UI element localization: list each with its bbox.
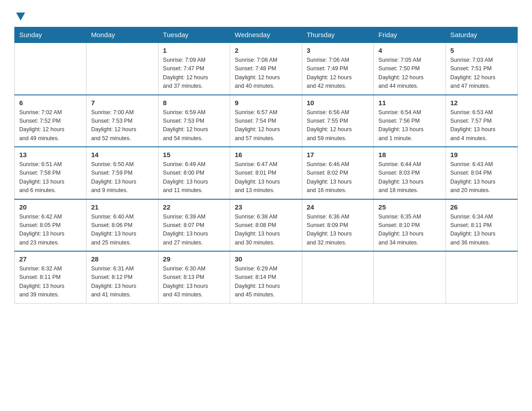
day-info: Sunrise: 6:46 AM Sunset: 8:02 PM Dayligh…: [307, 160, 369, 195]
calendar-week-row: 20Sunrise: 6:42 AM Sunset: 8:05 PM Dayli…: [15, 199, 518, 252]
day-number: 18: [378, 151, 441, 158]
day-number: 30: [235, 255, 297, 263]
weekday-header-saturday: Saturday: [446, 27, 517, 43]
day-number: 20: [19, 203, 82, 211]
day-info: Sunrise: 6:30 AM Sunset: 8:13 PM Dayligh…: [163, 265, 225, 300]
calendar-week-row: 27Sunrise: 6:32 AM Sunset: 8:11 PM Dayli…: [15, 251, 518, 303]
day-info: Sunrise: 7:09 AM Sunset: 7:47 PM Dayligh…: [163, 56, 225, 91]
calendar-cell: 22Sunrise: 6:39 AM Sunset: 8:07 PM Dayli…: [158, 199, 230, 252]
calendar-cell: 21Sunrise: 6:40 AM Sunset: 8:06 PM Dayli…: [86, 199, 158, 252]
calendar-week-row: 1Sunrise: 7:09 AM Sunset: 7:47 PM Daylig…: [15, 43, 518, 95]
weekday-header-tuesday: Tuesday: [158, 27, 230, 43]
calendar-cell: 18Sunrise: 6:44 AM Sunset: 8:03 PM Dayli…: [374, 147, 446, 199]
day-info: Sunrise: 6:49 AM Sunset: 8:00 PM Dayligh…: [163, 160, 225, 195]
weekday-header-thursday: Thursday: [302, 27, 373, 43]
calendar-cell: 15Sunrise: 6:49 AM Sunset: 8:00 PM Dayli…: [158, 147, 230, 199]
calendar-week-row: 6Sunrise: 7:02 AM Sunset: 7:52 PM Daylig…: [15, 95, 518, 147]
day-info: Sunrise: 7:00 AM Sunset: 7:53 PM Dayligh…: [91, 108, 153, 143]
calendar-cell: 13Sunrise: 6:51 AM Sunset: 7:58 PM Dayli…: [15, 147, 86, 199]
calendar-cell: 27Sunrise: 6:32 AM Sunset: 8:11 PM Dayli…: [15, 251, 86, 303]
day-number: 28: [91, 255, 153, 263]
day-number: 7: [91, 99, 153, 107]
day-number: 4: [378, 47, 441, 54]
calendar-cell: [446, 251, 517, 303]
day-info: Sunrise: 6:39 AM Sunset: 8:07 PM Dayligh…: [163, 213, 225, 248]
calendar-cell: 20Sunrise: 6:42 AM Sunset: 8:05 PM Dayli…: [15, 199, 86, 252]
day-number: 22: [163, 203, 225, 211]
calendar-cell: 5Sunrise: 7:03 AM Sunset: 7:51 PM Daylig…: [446, 43, 517, 95]
calendar-cell: 17Sunrise: 6:46 AM Sunset: 8:02 PM Dayli…: [302, 147, 373, 199]
calendar-table: SundayMondayTuesdayWednesdayThursdayFrid…: [14, 27, 518, 304]
day-info: Sunrise: 7:06 AM Sunset: 7:49 PM Dayligh…: [307, 56, 369, 91]
logo-triangle-icon: [16, 13, 25, 21]
day-number: 5: [450, 47, 513, 54]
day-info: Sunrise: 6:40 AM Sunset: 8:06 PM Dayligh…: [91, 213, 153, 248]
day-info: Sunrise: 7:03 AM Sunset: 7:51 PM Dayligh…: [450, 56, 513, 91]
day-number: 24: [307, 203, 369, 211]
calendar-cell: [302, 251, 373, 303]
day-number: 9: [235, 99, 297, 107]
day-info: Sunrise: 7:05 AM Sunset: 7:50 PM Dayligh…: [378, 56, 441, 91]
calendar-cell: 19Sunrise: 6:43 AM Sunset: 8:04 PM Dayli…: [446, 147, 517, 199]
weekday-header-monday: Monday: [86, 27, 158, 43]
page-header: [14, 11, 518, 20]
weekday-header-wednesday: Wednesday: [230, 27, 302, 43]
day-info: Sunrise: 6:38 AM Sunset: 8:08 PM Dayligh…: [235, 213, 297, 248]
day-info: Sunrise: 6:42 AM Sunset: 8:05 PM Dayligh…: [19, 213, 82, 248]
day-info: Sunrise: 7:02 AM Sunset: 7:52 PM Dayligh…: [19, 108, 82, 143]
day-number: 15: [163, 151, 225, 158]
day-info: Sunrise: 6:57 AM Sunset: 7:54 PM Dayligh…: [235, 108, 297, 143]
day-number: 26: [450, 203, 513, 211]
day-number: 25: [378, 203, 441, 211]
day-info: Sunrise: 6:31 AM Sunset: 8:12 PM Dayligh…: [91, 265, 153, 300]
calendar-cell: 11Sunrise: 6:54 AM Sunset: 7:56 PM Dayli…: [374, 95, 446, 147]
day-number: 6: [19, 99, 82, 107]
calendar-cell: 24Sunrise: 6:36 AM Sunset: 8:09 PM Dayli…: [302, 199, 373, 252]
day-info: Sunrise: 6:32 AM Sunset: 8:11 PM Dayligh…: [19, 265, 82, 300]
calendar-cell: 7Sunrise: 7:00 AM Sunset: 7:53 PM Daylig…: [86, 95, 158, 147]
weekday-header-friday: Friday: [374, 27, 446, 43]
day-info: Sunrise: 6:36 AM Sunset: 8:09 PM Dayligh…: [307, 213, 369, 248]
day-number: 19: [450, 151, 513, 158]
calendar-week-row: 13Sunrise: 6:51 AM Sunset: 7:58 PM Dayli…: [15, 147, 518, 199]
calendar-cell: 9Sunrise: 6:57 AM Sunset: 7:54 PM Daylig…: [230, 95, 302, 147]
day-info: Sunrise: 6:56 AM Sunset: 7:55 PM Dayligh…: [307, 108, 369, 143]
day-number: 27: [19, 255, 82, 263]
day-info: Sunrise: 6:29 AM Sunset: 8:14 PM Dayligh…: [235, 265, 297, 300]
weekday-header-row: SundayMondayTuesdayWednesdayThursdayFrid…: [15, 27, 518, 43]
calendar-cell: 3Sunrise: 7:06 AM Sunset: 7:49 PM Daylig…: [302, 43, 373, 95]
day-info: Sunrise: 6:54 AM Sunset: 7:56 PM Dayligh…: [378, 108, 441, 143]
calendar-cell: 12Sunrise: 6:53 AM Sunset: 7:57 PM Dayli…: [446, 95, 517, 147]
calendar-cell: 14Sunrise: 6:50 AM Sunset: 7:59 PM Dayli…: [86, 147, 158, 199]
logo: [14, 11, 25, 20]
calendar-cell: 28Sunrise: 6:31 AM Sunset: 8:12 PM Dayli…: [86, 251, 158, 303]
calendar-cell: 8Sunrise: 6:59 AM Sunset: 7:53 PM Daylig…: [158, 95, 230, 147]
calendar-cell: [86, 43, 158, 95]
day-info: Sunrise: 6:43 AM Sunset: 8:04 PM Dayligh…: [450, 160, 513, 195]
calendar-cell: 1Sunrise: 7:09 AM Sunset: 7:47 PM Daylig…: [158, 43, 230, 95]
day-number: 3: [307, 47, 369, 54]
day-info: Sunrise: 7:08 AM Sunset: 7:48 PM Dayligh…: [235, 56, 297, 91]
day-info: Sunrise: 6:59 AM Sunset: 7:53 PM Dayligh…: [163, 108, 225, 143]
day-number: 17: [307, 151, 369, 158]
day-number: 21: [91, 203, 153, 211]
day-number: 29: [163, 255, 225, 263]
calendar-cell: 25Sunrise: 6:35 AM Sunset: 8:10 PM Dayli…: [374, 199, 446, 252]
calendar-cell: 6Sunrise: 7:02 AM Sunset: 7:52 PM Daylig…: [15, 95, 86, 147]
day-info: Sunrise: 6:51 AM Sunset: 7:58 PM Dayligh…: [19, 160, 82, 195]
day-number: 2: [235, 47, 297, 54]
day-info: Sunrise: 6:34 AM Sunset: 8:11 PM Dayligh…: [450, 213, 513, 248]
calendar-cell: 2Sunrise: 7:08 AM Sunset: 7:48 PM Daylig…: [230, 43, 302, 95]
calendar-cell: 30Sunrise: 6:29 AM Sunset: 8:14 PM Dayli…: [230, 251, 302, 303]
day-number: 10: [307, 99, 369, 107]
calendar-cell: 29Sunrise: 6:30 AM Sunset: 8:13 PM Dayli…: [158, 251, 230, 303]
calendar-cell: [374, 251, 446, 303]
day-number: 8: [163, 99, 225, 107]
day-number: 1: [163, 47, 225, 54]
day-number: 23: [235, 203, 297, 211]
calendar-cell: 26Sunrise: 6:34 AM Sunset: 8:11 PM Dayli…: [446, 199, 517, 252]
day-number: 16: [235, 151, 297, 158]
day-number: 13: [19, 151, 82, 158]
day-number: 14: [91, 151, 153, 158]
day-info: Sunrise: 6:47 AM Sunset: 8:01 PM Dayligh…: [235, 160, 297, 195]
